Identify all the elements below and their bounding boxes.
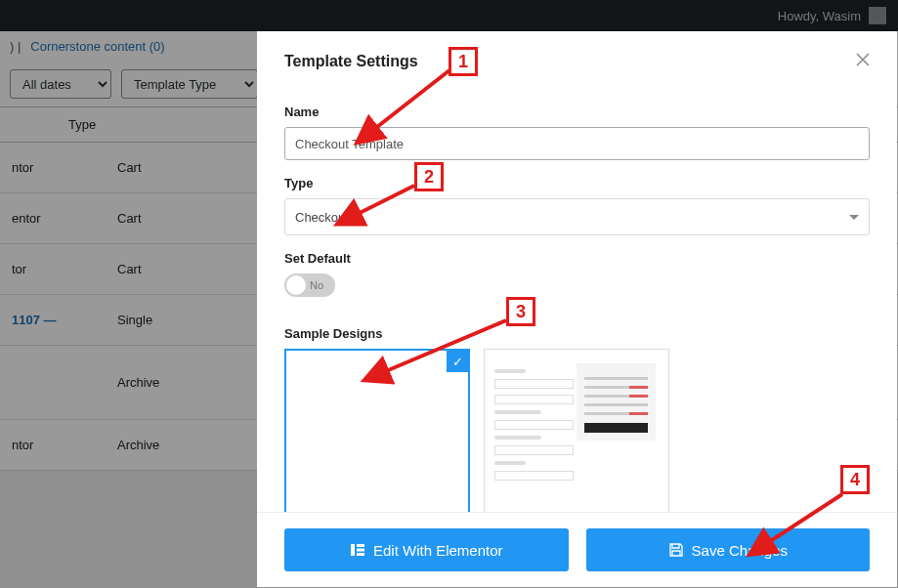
- modal-footer: Edit With Elementor Save Changes: [257, 512, 897, 587]
- toggle-knob: [286, 275, 306, 295]
- chevron-down-icon: [849, 215, 859, 220]
- edit-with-elementor-button[interactable]: Edit With Elementor: [284, 528, 569, 571]
- annotation-1: 1: [449, 47, 478, 76]
- svg-rect-1: [357, 544, 364, 547]
- annotation-3: 3: [506, 297, 535, 326]
- type-select-value: Checkout: [295, 210, 349, 225]
- type-select[interactable]: Checkout: [284, 198, 870, 235]
- annotation-2: 2: [414, 162, 444, 191]
- template-settings-modal: Template Settings Name Type Checkout Set…: [257, 31, 897, 587]
- svg-rect-0: [351, 544, 355, 556]
- sample-design-2[interactable]: [484, 349, 669, 512]
- save-icon: [668, 542, 684, 558]
- svg-rect-3: [357, 553, 364, 556]
- close-icon[interactable]: [856, 51, 870, 71]
- set-default-label: Set Default: [284, 251, 870, 266]
- svg-rect-2: [357, 549, 364, 552]
- sample-designs-label: Sample Designs: [284, 326, 870, 341]
- toggle-state: No: [310, 279, 323, 291]
- modal-title: Template Settings: [284, 53, 418, 70]
- sample-design-1[interactable]: ✓: [284, 349, 470, 512]
- set-default-toggle[interactable]: No: [284, 273, 335, 297]
- save-changes-button[interactable]: Save Changes: [586, 528, 871, 571]
- elementor-icon: [350, 542, 365, 558]
- type-label: Type: [284, 176, 870, 190]
- annotation-4: 4: [840, 465, 870, 494]
- name-label: Name: [284, 105, 870, 119]
- name-input[interactable]: [284, 127, 870, 160]
- check-icon: ✓: [447, 351, 468, 372]
